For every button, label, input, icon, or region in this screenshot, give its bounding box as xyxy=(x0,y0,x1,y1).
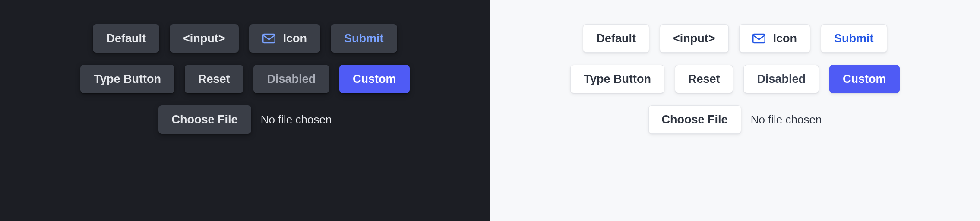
type-button-label: Type Button xyxy=(584,73,651,86)
icon-button[interactable]: Icon xyxy=(249,24,321,53)
input-button[interactable]: <input> xyxy=(660,24,729,53)
icon-button[interactable]: Icon xyxy=(739,24,811,53)
custom-button[interactable]: Custom xyxy=(339,65,410,93)
button-row-1-dark: Default <input> Icon Submit xyxy=(93,24,397,53)
reset-button-label: Reset xyxy=(688,73,720,86)
file-input[interactable]: Choose File No file chosen xyxy=(648,105,822,134)
type-button-label: Type Button xyxy=(94,73,161,86)
default-button-label: Default xyxy=(106,32,146,45)
reset-button-label: Reset xyxy=(198,73,230,86)
custom-button-label: Custom xyxy=(353,73,396,86)
submit-button-label: Submit xyxy=(834,32,874,45)
svg-rect-1 xyxy=(753,34,765,43)
button-row-2-dark: Type Button Reset Disabled Custom xyxy=(80,65,409,93)
panel-light: Default <input> Icon Submit Type Button xyxy=(490,0,980,221)
mail-icon xyxy=(752,33,765,44)
button-row-3-dark: Choose File No file chosen xyxy=(158,105,332,134)
default-button[interactable]: Default xyxy=(93,24,159,53)
type-button[interactable]: Type Button xyxy=(570,65,664,93)
file-status-text: No file chosen xyxy=(751,113,822,126)
choose-file-label: Choose File xyxy=(662,113,728,126)
disabled-button-label: Disabled xyxy=(267,73,316,86)
choose-file-label: Choose File xyxy=(172,113,238,126)
default-button[interactable]: Default xyxy=(583,24,649,53)
disabled-button-label: Disabled xyxy=(757,73,806,86)
icon-button-label: Icon xyxy=(283,32,307,45)
type-button[interactable]: Type Button xyxy=(80,65,174,93)
button-row-1-light: Default <input> Icon Submit xyxy=(583,24,887,53)
default-button-label: Default xyxy=(596,32,636,45)
reset-button[interactable]: Reset xyxy=(185,65,243,93)
svg-rect-0 xyxy=(263,34,275,43)
disabled-button: Disabled xyxy=(253,65,329,93)
disabled-button: Disabled xyxy=(743,65,819,93)
choose-file-button[interactable]: Choose File xyxy=(648,105,741,134)
choose-file-button[interactable]: Choose File xyxy=(158,105,251,134)
icon-button-label: Icon xyxy=(773,32,797,45)
button-row-2-light: Type Button Reset Disabled Custom xyxy=(570,65,899,93)
mail-icon xyxy=(262,33,275,44)
button-rows-light: Default <input> Icon Submit Type Button xyxy=(509,24,961,134)
button-row-3-light: Choose File No file chosen xyxy=(648,105,822,134)
file-input[interactable]: Choose File No file chosen xyxy=(158,105,332,134)
button-rows-dark: Default <input> Icon Submit Type Button xyxy=(19,24,471,134)
submit-button[interactable]: Submit xyxy=(331,24,397,53)
reset-button[interactable]: Reset xyxy=(675,65,733,93)
custom-button-label: Custom xyxy=(843,73,886,86)
input-button[interactable]: <input> xyxy=(170,24,239,53)
submit-button[interactable]: Submit xyxy=(821,24,887,53)
panel-dark: Default <input> Icon Submit Type Button xyxy=(0,0,490,221)
custom-button[interactable]: Custom xyxy=(829,65,900,93)
file-status-text: No file chosen xyxy=(261,113,332,126)
submit-button-label: Submit xyxy=(344,32,384,45)
input-button-label: <input> xyxy=(673,32,715,45)
input-button-label: <input> xyxy=(183,32,225,45)
